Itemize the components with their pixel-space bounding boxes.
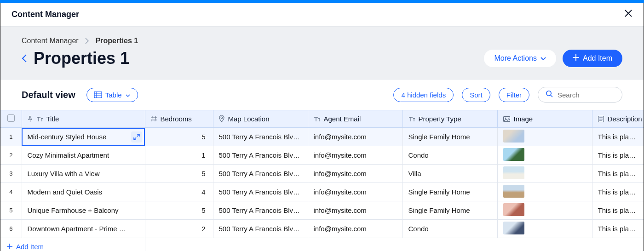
cell-description[interactable]: This is placeholde bbox=[592, 128, 644, 146]
table-row[interactable]: 5Unique Farmhouse + Balcony5500 Terry A … bbox=[0, 201, 644, 220]
col-type[interactable]: Property Type bbox=[402, 110, 497, 128]
hidden-fields-button[interactable]: 4 hidden fields bbox=[393, 88, 454, 102]
richtext-icon bbox=[598, 116, 604, 122]
cell-type[interactable]: Single Family Home bbox=[402, 201, 497, 220]
cell-bedrooms[interactable]: 5 bbox=[145, 201, 213, 220]
cell-image[interactable] bbox=[497, 183, 592, 201]
cell-bedrooms[interactable]: 5 bbox=[145, 128, 213, 146]
panel-title: Content Manager bbox=[12, 10, 79, 19]
cell-image[interactable] bbox=[497, 128, 592, 146]
add-item-label: Add Item bbox=[583, 54, 612, 63]
cell-bedrooms[interactable]: 1 bbox=[145, 146, 213, 165]
select-all-header[interactable] bbox=[0, 110, 22, 128]
col-description[interactable]: Description bbox=[592, 110, 644, 128]
table-row[interactable]: 2Cozy Minimalist Apartment1500 Terry A F… bbox=[0, 146, 644, 165]
row-number[interactable]: 4 bbox=[0, 183, 22, 201]
row-number[interactable]: 1 bbox=[0, 128, 22, 146]
add-item-button[interactable]: Add Item bbox=[563, 50, 622, 67]
cell-location[interactable]: 500 Terry A Francois Blvd,… bbox=[213, 165, 308, 183]
footer-blank bbox=[145, 238, 644, 251]
cell-image[interactable] bbox=[497, 146, 592, 165]
cell-description[interactable]: This is placeholde bbox=[592, 201, 644, 220]
col-image[interactable]: Image bbox=[497, 110, 592, 128]
cell-type[interactable]: Single Family Home bbox=[402, 128, 497, 146]
back-icon[interactable] bbox=[22, 54, 27, 63]
sub-header: Content Manager Properties 1 Properties … bbox=[0, 27, 644, 80]
cell-image[interactable] bbox=[497, 165, 592, 183]
cell-description[interactable]: This is placeholde bbox=[592, 165, 644, 183]
thumbnail bbox=[503, 203, 524, 216]
cell-email[interactable]: info@mysite.com bbox=[308, 165, 402, 183]
cell-bedrooms[interactable]: 4 bbox=[145, 183, 213, 201]
search-input[interactable] bbox=[557, 91, 612, 99]
filter-button[interactable]: Filter bbox=[499, 88, 529, 102]
more-actions-button[interactable]: More Actions bbox=[484, 50, 556, 67]
view-name: Default view bbox=[22, 90, 75, 100]
col-bedrooms[interactable]: Bedrooms bbox=[145, 110, 213, 128]
cell-email[interactable]: info@mysite.com bbox=[308, 220, 402, 238]
chevron-down-icon bbox=[126, 91, 130, 99]
thumbnail bbox=[503, 148, 524, 161]
chevron-down-icon bbox=[540, 54, 546, 63]
expand-icon[interactable] bbox=[131, 131, 142, 143]
search-icon bbox=[546, 90, 553, 99]
row-number[interactable]: 3 bbox=[0, 165, 22, 183]
col-location[interactable]: Map Location bbox=[213, 110, 308, 128]
add-item-label: Add Item bbox=[16, 243, 44, 251]
row-number[interactable]: 6 bbox=[0, 220, 22, 238]
breadcrumb-current: Properties 1 bbox=[96, 37, 138, 45]
cell-email[interactable]: info@mysite.com bbox=[308, 201, 402, 220]
search-input-wrap[interactable] bbox=[538, 87, 622, 103]
table-row[interactable]: 3Luxury Villa with a View5500 Terry A Fr… bbox=[0, 165, 644, 183]
cell-email[interactable]: info@mysite.com bbox=[308, 183, 402, 201]
cell-image[interactable] bbox=[497, 220, 592, 238]
svg-point-4 bbox=[505, 117, 506, 119]
image-icon bbox=[503, 116, 510, 122]
cell-bedrooms[interactable]: 5 bbox=[145, 165, 213, 183]
view-mode-select[interactable]: Table bbox=[86, 88, 138, 102]
chevron-right-icon bbox=[85, 38, 89, 44]
checkbox-icon[interactable] bbox=[7, 114, 15, 122]
cell-title[interactable]: Mid-century Styled House bbox=[22, 128, 145, 146]
cell-image[interactable] bbox=[497, 201, 592, 220]
table-row[interactable]: 4Modern and Quiet Oasis4500 Terry A Fran… bbox=[0, 183, 644, 201]
text-type-icon bbox=[36, 116, 43, 122]
cell-type[interactable]: Villa bbox=[402, 165, 497, 183]
cell-description[interactable]: This is placeholde bbox=[592, 183, 644, 201]
cell-type[interactable]: Condo bbox=[402, 146, 497, 165]
page-title: Properties 1 bbox=[34, 49, 129, 68]
cell-location[interactable]: 500 Terry A Francois Blvd,… bbox=[213, 220, 308, 238]
cell-type[interactable]: Condo bbox=[402, 220, 497, 238]
cell-description[interactable]: This is placeholde bbox=[592, 146, 644, 165]
cell-email[interactable]: info@mysite.com bbox=[308, 146, 402, 165]
add-item-row[interactable]: Add Item bbox=[0, 238, 145, 251]
cell-location[interactable]: 500 Terry A Francois Blvd,… bbox=[213, 201, 308, 220]
cell-email[interactable]: info@mysite.com bbox=[308, 128, 402, 146]
table-row[interactable]: 1Mid-century Styled House5500 Terry A Fr… bbox=[0, 128, 644, 146]
cell-description[interactable]: This is placeholde bbox=[592, 220, 644, 238]
cell-title[interactable]: Modern and Quiet Oasis bbox=[22, 183, 145, 201]
cell-title[interactable]: Luxury Villa with a View bbox=[22, 165, 145, 183]
cell-bedrooms[interactable]: 2 bbox=[145, 220, 213, 238]
close-icon[interactable] bbox=[624, 9, 632, 20]
col-email[interactable]: Agent Email bbox=[308, 110, 402, 128]
cell-location[interactable]: 500 Terry A Francois Blvd,… bbox=[213, 146, 308, 165]
row-number[interactable]: 2 bbox=[0, 146, 22, 165]
col-title[interactable]: Title bbox=[22, 110, 145, 128]
breadcrumb-root[interactable]: Content Manager bbox=[22, 37, 79, 45]
cell-location[interactable]: 500 Terry A Francois Blvd,… bbox=[213, 128, 308, 146]
cell-title[interactable]: Cozy Minimalist Apartment bbox=[22, 146, 145, 165]
row-number[interactable]: 5 bbox=[0, 201, 22, 220]
thumbnail bbox=[503, 185, 524, 198]
table-row[interactable]: 6Downtown Apartment - Prime …2500 Terry … bbox=[0, 220, 644, 238]
data-table: Title Bedrooms Map Location Agent Email … bbox=[0, 110, 644, 251]
cell-location[interactable]: 500 Terry A Francois Blvd,… bbox=[213, 183, 308, 201]
text-type-icon bbox=[314, 116, 320, 122]
cell-title[interactable]: Unique Farmhouse + Balcony bbox=[22, 201, 145, 220]
sort-button[interactable]: Sort bbox=[462, 88, 490, 102]
cell-type[interactable]: Single Family Home bbox=[402, 183, 497, 201]
number-icon bbox=[151, 116, 157, 122]
cell-title[interactable]: Downtown Apartment - Prime … bbox=[22, 220, 145, 238]
table-icon bbox=[94, 91, 102, 98]
plus-icon bbox=[7, 243, 12, 251]
